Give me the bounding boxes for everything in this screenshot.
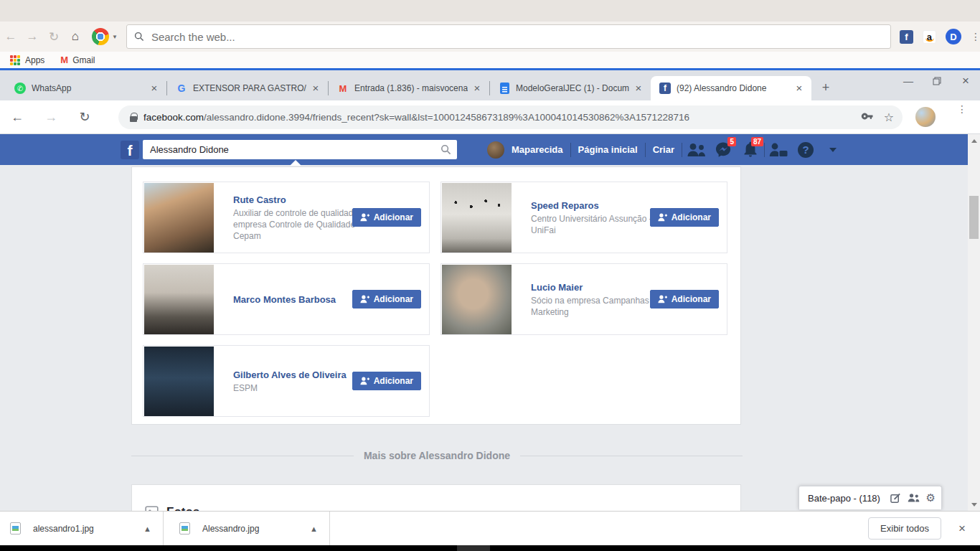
- friends-list-container: Rute CastroAuxiliar de controle de quali…: [131, 166, 741, 425]
- friend-name-link[interactable]: Speed Reparos: [531, 199, 669, 212]
- ext-search-input[interactable]: [150, 30, 883, 44]
- help-icon[interactable]: ?: [792, 134, 819, 165]
- notifications-icon[interactable]: 87: [737, 134, 764, 165]
- photos-icon: [144, 505, 159, 512]
- new-tab-button[interactable]: +: [816, 77, 836, 98]
- ext-reload-icon[interactable]: ↻: [43, 29, 65, 44]
- create-link[interactable]: Criar: [653, 144, 674, 155]
- tab-close-icon[interactable]: ×: [471, 82, 484, 95]
- browser-menu-icon[interactable]: ⋮: [957, 108, 964, 111]
- amazon-extension-icon[interactable]: a: [923, 30, 936, 44]
- add-friend-button[interactable]: Adicionar: [650, 208, 719, 227]
- taskbar-app-highlight: [457, 545, 490, 551]
- tab-extensor[interactable]: G EXTENSOR PARA GASTRO/JE ×: [167, 76, 328, 100]
- friend-photo[interactable]: [144, 183, 214, 253]
- tab-close-icon[interactable]: ×: [148, 82, 161, 95]
- browser-profile-avatar[interactable]: [915, 107, 936, 127]
- ext-search-box[interactable]: [126, 24, 891, 49]
- friend-name-link[interactable]: Rute Castro: [233, 194, 371, 206]
- page-content: f Maparecida Página inicial Criar: [0, 134, 980, 511]
- friend-card: Marco Montes Barbosa Adicionar: [143, 263, 430, 335]
- friend-name-link[interactable]: Marco Montes Barbosa: [233, 293, 371, 306]
- image-file-icon: [10, 522, 21, 534]
- chat-label[interactable]: Bate-papo - (118): [808, 493, 884, 504]
- d-extension-icon[interactable]: D: [946, 29, 961, 44]
- scrollbar-thumb[interactable]: [969, 196, 979, 239]
- chrome-logo-icon[interactable]: [92, 28, 109, 45]
- tab-docs[interactable]: ModeloGeralJEC (1) - Docum ×: [490, 76, 651, 100]
- friend-subtitle: ESPM: [233, 382, 371, 394]
- messenger-icon[interactable]: 5: [710, 134, 737, 165]
- add-person-icon: [360, 377, 369, 385]
- account-caret-icon[interactable]: [829, 148, 837, 152]
- url-text[interactable]: facebook.com/alessandro.didone.3994/frie…: [143, 112, 851, 123]
- add-person-icon: [658, 295, 667, 303]
- download-item[interactable]: Alessandro.jpg ▲: [164, 512, 330, 545]
- friend-photo[interactable]: [442, 183, 512, 253]
- tab-close-icon[interactable]: ×: [793, 82, 806, 95]
- friend-card: Gilberto Alves de OliveiraESPM Adicionar: [143, 345, 430, 417]
- facebook-search-box[interactable]: [143, 140, 457, 159]
- minimize-button[interactable]: —: [894, 70, 923, 92]
- download-caret-icon[interactable]: ▲: [143, 524, 151, 533]
- ext-forward-icon[interactable]: →: [22, 29, 43, 44]
- friend-photo[interactable]: [144, 265, 214, 334]
- download-item[interactable]: alessandro1.jpg ▲: [0, 512, 164, 545]
- add-friend-button[interactable]: Adicionar: [650, 290, 719, 309]
- image-file-icon: [179, 522, 190, 534]
- whatsapp-icon: ✆: [14, 83, 26, 94]
- ext-home-icon[interactable]: ⌂: [65, 29, 86, 44]
- apps-grid-icon[interactable]: [10, 55, 20, 65]
- profile-name-link[interactable]: Maparecida: [512, 144, 563, 155]
- facebook-search-input[interactable]: [149, 143, 440, 156]
- scroll-down-icon[interactable]: [968, 499, 980, 509]
- back-icon[interactable]: ←: [6, 106, 28, 128]
- add-friend-button[interactable]: Adicionar: [352, 372, 421, 390]
- shortcuts-icon[interactable]: [765, 134, 792, 165]
- ext-menu-icon[interactable]: ⋮: [971, 35, 978, 39]
- chat-settings-gear-icon[interactable]: ⚙: [926, 491, 936, 504]
- show-all-downloads-button[interactable]: Exibir todos: [868, 517, 941, 540]
- tab-close-icon[interactable]: ×: [309, 82, 322, 95]
- new-message-icon[interactable]: [890, 493, 901, 504]
- add-people-chat-icon[interactable]: [908, 493, 920, 503]
- download-filename[interactable]: Alessandro.jpg: [202, 524, 259, 534]
- close-downloads-bar-icon[interactable]: ×: [950, 522, 974, 536]
- chat-bar[interactable]: Bate-papo - (118) ⚙: [798, 486, 942, 509]
- tab-gmail-inbox[interactable]: M Entrada (1.836) - maisvocena ×: [329, 76, 489, 100]
- tab-facebook-active[interactable]: f (92) Alessandro Didone ×: [651, 76, 811, 100]
- home-link[interactable]: Página inicial: [578, 144, 638, 155]
- password-key-icon[interactable]: [861, 110, 874, 126]
- friend-name-link[interactable]: Gilberto Alves de Oliveira: [233, 369, 371, 381]
- download-filename[interactable]: alessandro1.jpg: [33, 524, 94, 534]
- windows-taskbar[interactable]: [0, 545, 980, 551]
- ext-back-icon[interactable]: ←: [0, 29, 22, 44]
- apps-bookmark[interactable]: Apps: [25, 55, 44, 65]
- add-friend-button[interactable]: Adicionar: [352, 290, 421, 309]
- close-window-button[interactable]: ×: [951, 70, 980, 92]
- chrome-logo-caret-icon[interactable]: ▼: [112, 34, 118, 40]
- add-friend-button[interactable]: Adicionar: [352, 208, 421, 227]
- bookmark-star-icon[interactable]: ☆: [884, 110, 894, 124]
- friend-photo[interactable]: [442, 265, 512, 334]
- gmail-bookmark[interactable]: Gmail: [72, 55, 95, 65]
- friend-requests-icon[interactable]: [682, 134, 710, 165]
- friend-name-link[interactable]: Lucio Maier: [531, 281, 669, 293]
- lock-icon[interactable]: [130, 113, 137, 122]
- profile-avatar[interactable]: [487, 141, 504, 159]
- friend-photo[interactable]: [144, 347, 214, 416]
- search-icon[interactable]: [440, 144, 451, 155]
- reload-icon[interactable]: ↻: [74, 106, 95, 128]
- tab-whatsapp[interactable]: ✆ WhatsApp ×: [6, 76, 166, 100]
- window-controls: — ×: [894, 70, 980, 95]
- scroll-up-icon[interactable]: [968, 136, 980, 146]
- download-caret-icon[interactable]: ▲: [310, 524, 318, 533]
- tab-close-icon[interactable]: ×: [632, 82, 645, 95]
- facebook-nav-right: Maparecida Página inicial Criar 5: [487, 134, 842, 165]
- restore-button[interactable]: [923, 70, 951, 92]
- forward-icon[interactable]: →: [40, 106, 62, 128]
- address-bar[interactable]: facebook.com/alessandro.didone.3994/frie…: [118, 105, 903, 129]
- facebook-extension-icon[interactable]: f: [900, 30, 913, 44]
- facebook-logo[interactable]: f: [121, 141, 139, 159]
- page-scrollbar[interactable]: [968, 134, 980, 511]
